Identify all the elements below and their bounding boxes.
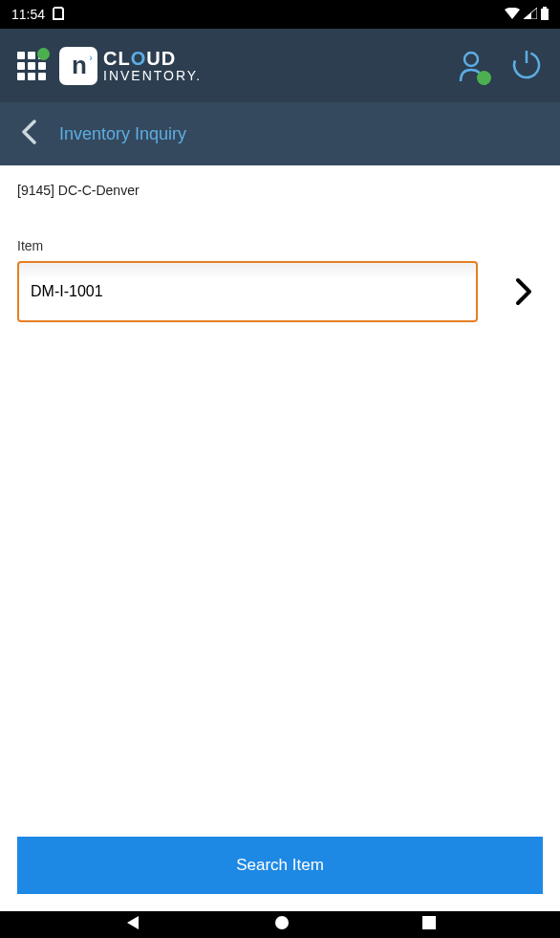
signal-icon: [524, 7, 537, 22]
status-dot-icon: [37, 48, 50, 60]
logo-text-top: CLOUD: [103, 48, 202, 69]
status-left: 11:54: [11, 7, 64, 23]
status-bar: 11:54: [0, 0, 560, 29]
status-right: [505, 7, 549, 23]
power-button[interactable]: [510, 48, 543, 84]
svg-point-2: [464, 53, 478, 66]
nav-back-button[interactable]: [124, 914, 141, 935]
page-title: Inventory Inquiry: [59, 124, 186, 144]
item-input-row: [17, 261, 543, 322]
content-area: [9145] DC-C-Denver Item: [0, 165, 560, 837]
app-logo: n › CLOUD INVENTORY.: [59, 47, 202, 85]
next-button[interactable]: [505, 273, 543, 311]
search-item-label: Search Item: [236, 856, 324, 875]
svg-rect-1: [543, 7, 547, 9]
online-dot-icon: [477, 71, 491, 85]
sub-header: Inventory Inquiry: [0, 102, 560, 165]
header-right: [455, 48, 543, 84]
svg-rect-6: [422, 916, 436, 929]
item-label: Item: [17, 238, 543, 253]
app-header: n › CLOUD INVENTORY.: [0, 29, 560, 102]
svg-rect-0: [541, 9, 549, 20]
system-nav-bar: [0, 911, 560, 938]
location-label: [9145] DC-C-Denver: [17, 183, 543, 198]
wifi-icon: [505, 7, 520, 22]
back-button[interactable]: [21, 120, 36, 148]
header-left: n › CLOUD INVENTORY.: [17, 47, 202, 85]
battery-icon: [541, 7, 549, 23]
apps-menu-button[interactable]: [17, 52, 46, 80]
logo-text-bottom: INVENTORY.: [103, 69, 202, 83]
item-input[interactable]: [17, 261, 478, 322]
status-time: 11:54: [11, 7, 45, 22]
nav-recent-button[interactable]: [422, 916, 436, 933]
sim-icon: [53, 7, 64, 23]
nav-home-button[interactable]: [274, 915, 290, 934]
svg-point-5: [275, 916, 289, 929]
logo-box-icon: n ›: [59, 47, 97, 85]
profile-button[interactable]: [455, 49, 489, 83]
search-item-button[interactable]: Search Item: [17, 837, 543, 894]
